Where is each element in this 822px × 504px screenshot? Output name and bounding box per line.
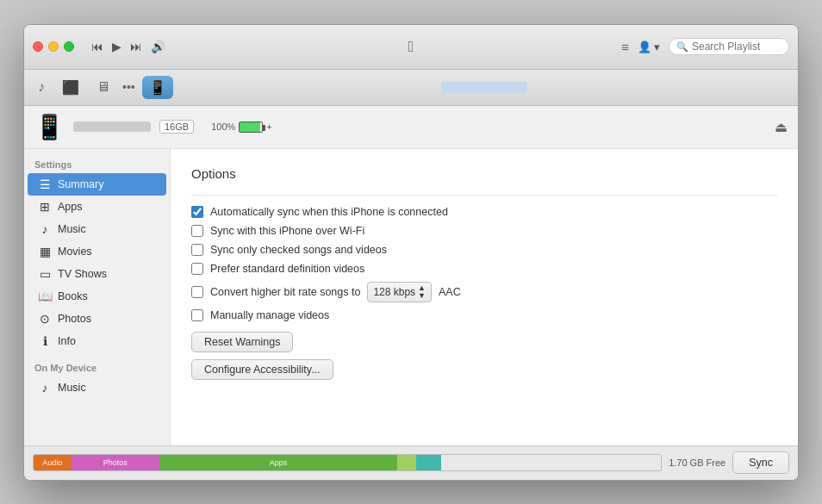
summary-icon: ☰: [38, 177, 52, 191]
manual-videos-checkbox[interactable]: [191, 309, 203, 321]
standard-def-label[interactable]: Prefer standard definition videos: [210, 263, 364, 275]
option-checked-songs: Sync only checked songs and videos: [191, 244, 777, 256]
wifi-sync-checkbox[interactable]: [191, 225, 203, 237]
divider: [191, 195, 777, 196]
storage-tag: 16GB: [159, 120, 194, 134]
auto-sync-checkbox[interactable]: [191, 206, 203, 218]
seg-audio-label: Audio: [42, 458, 62, 467]
standard-def-checkbox[interactable]: [191, 263, 203, 275]
option-manual-videos: Manually manage videos: [191, 309, 777, 321]
sidebar-item-info[interactable]: ℹ Info: [28, 330, 166, 352]
account-chevron: ▾: [654, 40, 660, 53]
maximize-button[interactable]: [64, 41, 74, 52]
bitrate-format: AAC: [439, 286, 461, 298]
sidebar-item-music[interactable]: ♪ Music: [28, 218, 166, 240]
device-name-blurred: [73, 121, 151, 132]
bitrate-value: 128 kbps: [373, 286, 415, 298]
sidebar-item-summary[interactable]: ☰ Summary: [28, 173, 166, 196]
eject-button[interactable]: ⏏: [775, 119, 788, 135]
sidebar-item-label: Music: [58, 382, 86, 394]
stepper-arrows: ▲▼: [418, 284, 426, 300]
convert-bitrate-label[interactable]: Convert higher bit rate songs to: [210, 286, 360, 298]
account-button[interactable]: 👤 ▾: [638, 40, 660, 53]
music2-icon: ♪: [38, 381, 52, 395]
device-icon: 📱: [34, 113, 65, 141]
free-storage-label: 1.70 GB Free: [669, 457, 725, 468]
sidebar-item-music2[interactable]: ♪ Music: [28, 376, 166, 399]
manual-videos-label[interactable]: Manually manage videos: [210, 309, 329, 321]
sidebar-item-label: Apps: [58, 201, 83, 213]
reset-warnings-button[interactable]: Reset Warnings: [191, 332, 293, 352]
battery-charging-icon: +: [266, 121, 271, 132]
battery-container: 100% +: [211, 121, 272, 133]
traffic-lights: [33, 41, 74, 52]
content-area: Options Automatically sync when this iPh…: [171, 149, 798, 445]
close-button[interactable]: [33, 41, 43, 52]
photos-icon: ⊙: [38, 312, 52, 326]
sidebar-item-label: Music: [58, 223, 86, 235]
storage-bar-container: Audio Photos Apps 1.70 GB Free Sync: [24, 445, 798, 480]
video-toolbar-icon[interactable]: ⬛: [57, 76, 84, 99]
checked-songs-checkbox[interactable]: [191, 244, 203, 256]
music-icon: ♪: [38, 222, 52, 236]
seg-apps: Apps: [159, 455, 398, 470]
sidebar-item-photos[interactable]: ⊙ Photos: [28, 308, 166, 330]
option-convert-bitrate: Convert higher bit rate songs to 128 kbp…: [191, 282, 777, 302]
wifi-sync-label[interactable]: Sync with this iPhone over Wi-Fi: [210, 225, 364, 237]
apps-icon: ⊞: [38, 200, 52, 214]
rewind-button[interactable]: ⏮: [91, 40, 103, 53]
toolbar: ♪ ⬛ 🖥 ••• 📱: [24, 70, 798, 106]
sidebar-item-tvshows[interactable]: ▭ TV Shows: [28, 263, 166, 285]
sidebar-item-label: Summary: [58, 178, 103, 190]
volume-button[interactable]: 🔊: [151, 40, 165, 53]
music-toolbar-icon[interactable]: ♪: [33, 76, 50, 98]
more-toolbar-icon[interactable]: •••: [122, 80, 135, 94]
titlebar-right: ≡ 👤 ▾ 🔍: [621, 38, 789, 55]
sidebar-item-label: Movies: [58, 246, 92, 258]
seg-audio: Audio: [34, 455, 72, 470]
seg-photos: Photos: [72, 455, 159, 470]
seg-photos-label: Photos: [103, 458, 128, 467]
seg-other1: [397, 455, 416, 470]
convert-bitrate-checkbox[interactable]: [191, 286, 203, 298]
sync-button[interactable]: Sync: [732, 451, 789, 474]
tvshows-icon: ▭: [38, 267, 52, 281]
configure-accessibility-button[interactable]: Configure Accessibility...: [191, 359, 333, 380]
seg-free: [441, 455, 661, 470]
sidebar: Settings ☰ Summary ⊞ Apps ♪ Music ▦ Movi…: [24, 149, 171, 445]
sidebar-item-label: Photos: [58, 313, 91, 325]
seg-apps-label: Apps: [270, 458, 288, 467]
media-controls: ⏮ ▶ ⏭ 🔊: [91, 40, 165, 53]
info-icon: ℹ: [38, 334, 52, 348]
option-auto-sync: Automatically sync when this iPhone is c…: [191, 206, 777, 218]
sidebar-item-label: Books: [58, 290, 88, 302]
battery-icon: [239, 121, 263, 133]
sidebar-item-apps[interactable]: ⊞ Apps: [28, 196, 166, 218]
fastforward-button[interactable]: ⏭: [130, 40, 142, 53]
bitrate-stepper[interactable]: 128 kbps ▲▼: [367, 282, 432, 302]
device-bar: 📱 16GB 100% + ⏏: [24, 106, 798, 149]
options-section: Automatically sync when this iPhone is c…: [191, 206, 777, 321]
play-button[interactable]: ▶: [112, 40, 121, 53]
search-box[interactable]: 🔍: [669, 38, 789, 55]
settings-label: Settings: [24, 156, 170, 173]
tv-toolbar-icon[interactable]: 🖥: [91, 76, 115, 98]
sidebar-item-movies[interactable]: ▦ Movies: [28, 240, 166, 263]
auto-sync-label[interactable]: Automatically sync when this iPhone is c…: [210, 206, 448, 218]
storage-segments: Audio Photos Apps: [33, 454, 662, 471]
search-icon: 🔍: [676, 41, 688, 53]
sidebar-item-label: Info: [58, 335, 76, 347]
checked-songs-label[interactable]: Sync only checked songs and videos: [210, 244, 387, 256]
search-input[interactable]: [692, 40, 782, 53]
titlebar: ⏮ ▶ ⏭ 🔊  ≡ 👤 ▾ 🔍: [24, 25, 798, 70]
main-content: Settings ☰ Summary ⊞ Apps ♪ Music ▦ Movi…: [24, 149, 798, 445]
list-icon[interactable]: ≡: [621, 40, 629, 54]
seg-other2: [416, 455, 441, 470]
minimize-button[interactable]: [48, 41, 59, 52]
option-standard-def: Prefer standard definition videos: [191, 263, 777, 275]
button-row: Reset Warnings Configure Accessibility..…: [191, 332, 777, 380]
device-name-toolbar: [180, 82, 789, 93]
phone-toolbar-icon[interactable]: 📱: [142, 76, 173, 99]
sidebar-item-books[interactable]: 📖 Books: [28, 285, 166, 308]
device-info: [73, 121, 151, 132]
